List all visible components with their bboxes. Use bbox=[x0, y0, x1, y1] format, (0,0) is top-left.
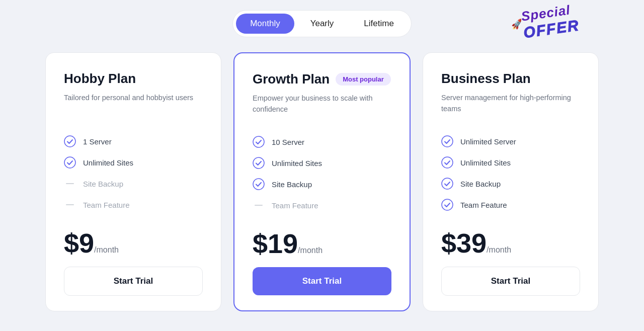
features-list-business: Unlimited Server Unlimited Sites Site Ba… bbox=[441, 131, 580, 215]
list-item: Site Backup bbox=[64, 173, 203, 194]
svg-point-1 bbox=[64, 157, 75, 168]
check-icon bbox=[253, 157, 265, 169]
svg-point-5 bbox=[442, 136, 453, 147]
price-business: $39/month bbox=[441, 229, 580, 257]
plan-desc-business: Server management for high-performing te… bbox=[441, 93, 580, 117]
special-offer-badge: 🚀 Special OFFER bbox=[522, 5, 579, 38]
check-icon bbox=[441, 156, 453, 169]
list-item: Unlimited Sites bbox=[441, 152, 580, 173]
plan-title-growth: Growth Plan Most popular bbox=[253, 71, 391, 87]
check-icon bbox=[253, 136, 265, 148]
start-trial-business[interactable]: Start Trial bbox=[441, 267, 580, 296]
billing-toggle: Monthly Yearly Lifetime bbox=[232, 10, 412, 37]
list-item: Team Feature bbox=[253, 195, 391, 216]
plan-title-hobby: Hobby Plan bbox=[64, 71, 203, 87]
check-icon bbox=[441, 135, 453, 147]
list-item: Site Backup bbox=[253, 174, 391, 195]
most-popular-badge: Most popular bbox=[336, 73, 391, 86]
start-trial-growth[interactable]: Start Trial bbox=[253, 267, 391, 295]
list-item: 10 Server bbox=[253, 131, 391, 152]
svg-point-7 bbox=[442, 178, 453, 189]
list-item: 1 Server bbox=[64, 131, 203, 152]
price-growth: $19/month bbox=[253, 230, 391, 257]
plans-container: Hobby Plan Tailored for personal and hob… bbox=[45, 52, 599, 311]
svg-point-2 bbox=[253, 136, 264, 147]
tab-yearly[interactable]: Yearly bbox=[296, 14, 348, 34]
features-list-growth: 10 Server Unlimited Sites Site Backup Te… bbox=[253, 131, 391, 216]
plan-card-business: Business Plan Server management for high… bbox=[423, 52, 599, 311]
check-icon bbox=[64, 135, 76, 147]
dash-icon bbox=[253, 199, 265, 211]
svg-point-4 bbox=[253, 179, 264, 190]
list-item: Site Backup bbox=[441, 173, 580, 194]
list-item: Unlimited Sites bbox=[64, 152, 203, 173]
plan-card-hobby: Hobby Plan Tailored for personal and hob… bbox=[45, 52, 221, 311]
plan-desc-growth: Empower your business to scale with conf… bbox=[253, 93, 391, 117]
plan-desc-hobby: Tailored for personal and hobbyist users bbox=[64, 93, 203, 117]
dash-icon bbox=[64, 178, 76, 190]
price-hobby: $9/month bbox=[64, 229, 203, 257]
list-item: Unlimited Server bbox=[441, 131, 580, 152]
check-icon bbox=[253, 178, 265, 190]
start-trial-hobby[interactable]: Start Trial bbox=[64, 267, 203, 296]
top-bar: Monthly Yearly Lifetime 🚀 Special OFFER bbox=[45, 10, 599, 37]
tab-lifetime[interactable]: Lifetime bbox=[350, 14, 408, 34]
tab-monthly[interactable]: Monthly bbox=[236, 14, 294, 34]
features-list-hobby: 1 Server Unlimited Sites Site Backup Tea… bbox=[64, 131, 203, 215]
check-icon bbox=[441, 199, 453, 211]
plan-title-business: Business Plan bbox=[441, 71, 580, 87]
check-icon bbox=[441, 178, 453, 190]
svg-point-6 bbox=[442, 157, 453, 168]
svg-point-8 bbox=[442, 199, 453, 210]
list-item: Unlimited Sites bbox=[253, 152, 391, 174]
svg-point-0 bbox=[64, 136, 75, 147]
svg-point-3 bbox=[253, 157, 264, 169]
plan-card-growth: Growth Plan Most popular Empower your bu… bbox=[233, 52, 411, 311]
list-item: Team Feature bbox=[64, 194, 203, 215]
list-item: Team Feature bbox=[441, 194, 580, 215]
check-icon bbox=[64, 156, 76, 169]
dash-icon bbox=[64, 199, 76, 211]
